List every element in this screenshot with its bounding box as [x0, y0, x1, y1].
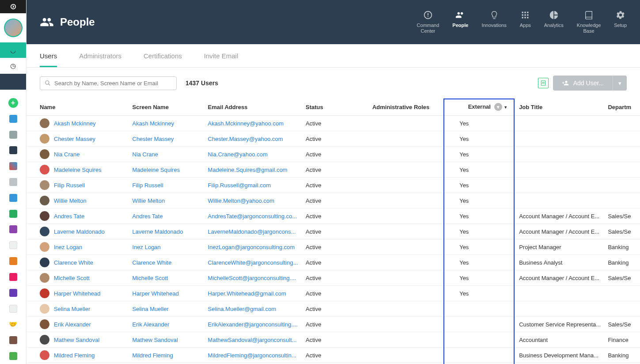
- search-box[interactable]: [40, 76, 177, 90]
- rail-app-6[interactable]: [0, 190, 26, 206]
- email-link[interactable]: ClarenceWhite@jargonconsulting...: [208, 259, 298, 266]
- table-row[interactable]: Mathew SandovalMathew SandovalMathewSand…: [27, 332, 640, 348]
- table-row[interactable]: Mildred FlemingMildred FlemingMildredFle…: [27, 348, 640, 363]
- user-name-link[interactable]: Inez Logan: [54, 244, 82, 250]
- screen-name-link[interactable]: Madeleine Squires: [133, 167, 180, 173]
- email-link[interactable]: LaverneMaldonado@jargoncons...: [208, 228, 296, 235]
- tab-users[interactable]: Users: [40, 44, 57, 67]
- email-link[interactable]: Nia.Crane@yahoo.com: [208, 151, 268, 158]
- screen-name-link[interactable]: Akash Mckinney: [133, 120, 174, 127]
- table-row[interactable]: Akash MckinneyAkash MckinneyAkash.Mckinn…: [27, 116, 640, 131]
- nav-command-center[interactable]: CommandCenter: [417, 10, 439, 34]
- screen-name-link[interactable]: Clarence White: [133, 259, 172, 266]
- screen-name-link[interactable]: Laverne Maldonado: [133, 228, 183, 235]
- nav-analytics[interactable]: Analytics: [544, 10, 564, 34]
- user-name-link[interactable]: Akash Mckinney: [54, 120, 96, 127]
- table-row[interactable]: Andres TateAndres TateAndresTate@jargonc…: [27, 209, 640, 224]
- filter-icon[interactable]: ▼: [494, 103, 502, 111]
- column-header-email-address[interactable]: Email Address: [204, 99, 302, 116]
- rail-app-5[interactable]: [0, 174, 26, 190]
- screen-name-link[interactable]: Inez Logan: [133, 244, 161, 250]
- rail-expand-button[interactable]: [0, 0, 26, 13]
- rail-app-7[interactable]: [0, 206, 26, 222]
- email-link[interactable]: Chester.Massey@yahoo.com: [208, 136, 283, 142]
- user-name-link[interactable]: Laverne Maldonado: [54, 228, 105, 235]
- table-row[interactable]: Chester MasseyChester MasseyChester.Mass…: [27, 131, 640, 147]
- nav-people[interactable]: People: [452, 10, 468, 34]
- export-button[interactable]: [538, 78, 549, 88]
- nav-setup[interactable]: Setup: [614, 10, 627, 34]
- rail-app-15[interactable]: [0, 332, 26, 348]
- email-link[interactable]: Selina.Mueller@gmail.com: [208, 306, 276, 312]
- rail-add[interactable]: +: [0, 95, 26, 111]
- email-link[interactable]: MildredFleming@jargonconsultin...: [208, 352, 296, 359]
- screen-name-link[interactable]: Filip Russell: [133, 182, 163, 189]
- rail-app-12[interactable]: [0, 285, 26, 301]
- email-link[interactable]: AndresTate@jargonconsulting.co...: [208, 213, 297, 220]
- table-row[interactable]: Laverne MaldonadoLaverne MaldonadoLavern…: [27, 224, 640, 239]
- tab-certifications[interactable]: Certifications: [144, 44, 182, 67]
- rail-app-16[interactable]: [0, 348, 26, 364]
- rail-app-11[interactable]: [0, 269, 26, 285]
- email-link[interactable]: Willie.Melton@yahoo.com: [208, 197, 274, 204]
- tab-administrators[interactable]: Administrators: [79, 44, 121, 67]
- user-name-link[interactable]: Filip Russell: [54, 182, 85, 189]
- user-avatar[interactable]: [4, 19, 23, 37]
- screen-name-link[interactable]: Nia Crane: [133, 151, 159, 158]
- user-name-link[interactable]: Clarence White: [54, 259, 93, 266]
- table-row[interactable]: Selina MuellerSelina MuellerSelina.Muell…: [27, 301, 640, 317]
- email-link[interactable]: Filip.Russell@gmail.com: [208, 182, 271, 189]
- email-link[interactable]: MichelleScott@jargonconsulting....: [208, 275, 296, 281]
- column-header-administrative-roles[interactable]: Administrative Roles: [369, 99, 449, 116]
- email-link[interactable]: ErikAlexander@jargonconsulting....: [208, 321, 298, 328]
- table-row[interactable]: Clarence WhiteClarence WhiteClarenceWhit…: [27, 255, 640, 270]
- column-header-departm[interactable]: Departm: [604, 99, 640, 116]
- screen-name-link[interactable]: Andres Tate: [133, 213, 163, 220]
- user-name-link[interactable]: Chester Massey: [54, 136, 95, 142]
- screen-name-link[interactable]: Mathew Sandoval: [133, 337, 178, 343]
- rail-app-14[interactable]: 🤝: [0, 316, 26, 332]
- screen-name-link[interactable]: Chester Massey: [133, 136, 174, 142]
- screen-name-link[interactable]: Michelle Scott: [133, 275, 168, 281]
- rail-app-1[interactable]: [0, 111, 26, 127]
- nav-apps[interactable]: Apps: [520, 10, 531, 34]
- add-user-button[interactable]: Add User...: [553, 76, 613, 91]
- user-name-link[interactable]: Michelle Scott: [54, 275, 90, 281]
- column-header-status[interactable]: Status: [302, 99, 369, 116]
- column-header-external[interactable]: External ▼ ▼: [449, 99, 515, 116]
- rail-dashboard[interactable]: ◡: [0, 42, 26, 58]
- screen-name-link[interactable]: Erik Alexander: [133, 321, 170, 328]
- rail-app-3[interactable]: [0, 142, 26, 158]
- table-row[interactable]: Filip RussellFilip RussellFilip.Russell@…: [27, 178, 640, 193]
- user-name-link[interactable]: Nia Crane: [54, 151, 80, 158]
- email-link[interactable]: InezLogan@jargonconsulting.com: [208, 244, 295, 250]
- user-name-link[interactable]: Selina Mueller: [54, 306, 90, 312]
- nav-knowledge-base[interactable]: KnowledgeBase: [577, 10, 601, 34]
- user-name-link[interactable]: Mathew Sandoval: [54, 337, 99, 343]
- screen-name-link[interactable]: Harper Whitehead: [133, 290, 179, 297]
- add-user-dropdown[interactable]: ▾: [613, 76, 627, 91]
- rail-clock[interactable]: ◷: [0, 58, 26, 74]
- column-header-name[interactable]: Name: [27, 99, 129, 116]
- user-name-link[interactable]: Erik Alexander: [54, 321, 91, 328]
- rail-app-13[interactable]: [0, 301, 26, 317]
- search-input[interactable]: [54, 80, 172, 87]
- table-row[interactable]: Nia CraneNia CraneNia.Crane@yahoo.comAct…: [27, 147, 640, 162]
- tab-invite-email[interactable]: Invite Email: [204, 44, 239, 67]
- rail-app-4[interactable]: [0, 158, 26, 174]
- table-row[interactable]: Michelle ScottMichelle ScottMichelleScot…: [27, 270, 640, 286]
- user-name-link[interactable]: Andres Tate: [54, 213, 84, 220]
- nav-innovations[interactable]: Innovations: [481, 10, 506, 34]
- email-link[interactable]: Madeleine.Squires@gmail.com: [208, 167, 288, 173]
- rail-app-10[interactable]: [0, 253, 26, 269]
- table-row[interactable]: Harper WhiteheadHarper WhiteheadHarper.W…: [27, 286, 640, 301]
- screen-name-link[interactable]: Willie Melton: [133, 197, 165, 204]
- rail-app-8[interactable]: [0, 222, 26, 238]
- email-link[interactable]: MathewSandoval@jargonconsult...: [208, 337, 297, 343]
- table-row[interactable]: Willie MeltonWillie MeltonWillie.Melton@…: [27, 193, 640, 209]
- rail-app-2[interactable]: [0, 127, 26, 143]
- user-name-link[interactable]: Mildred Fleming: [54, 352, 95, 359]
- email-link[interactable]: Akash.Mckinney@yahoo.com: [208, 120, 284, 127]
- screen-name-link[interactable]: Selina Mueller: [133, 306, 169, 312]
- column-header-screen-name[interactable]: Screen Name: [129, 99, 204, 116]
